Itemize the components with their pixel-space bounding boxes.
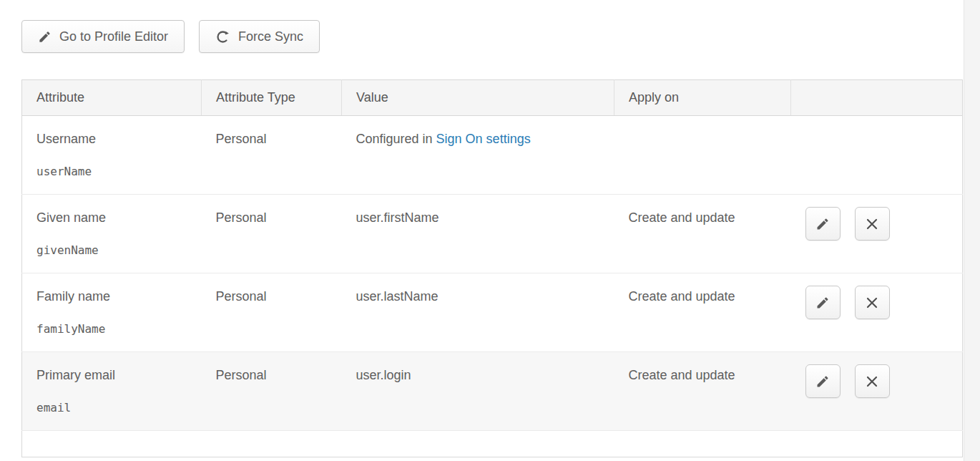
attribute-type: Personal <box>202 116 342 195</box>
attribute-value-text: user.lastName <box>356 289 438 304</box>
attribute-type: Personal <box>202 195 342 273</box>
row-actions <box>805 352 963 398</box>
table-row: Username userName Personal Configured in… <box>22 116 963 195</box>
attribute-variable-name: email <box>36 401 202 414</box>
column-header-actions <box>791 80 963 116</box>
attribute-display-name: Username <box>36 132 202 147</box>
attribute-value-text: user.login <box>356 368 411 382</box>
delete-attribute-button[interactable] <box>855 364 890 398</box>
column-header-attribute: Attribute <box>22 80 202 116</box>
attribute-variable-name: familyName <box>36 322 202 336</box>
x-icon <box>866 218 878 230</box>
table-row: Given name givenName Personal user.first… <box>22 195 963 273</box>
column-header-apply-on: Apply on <box>614 80 791 116</box>
attribute-value-text: Configured in <box>356 132 436 146</box>
table-row: Primary email email Personal user.login … <box>22 352 963 431</box>
viewport-gutter <box>964 0 980 461</box>
apply-on: Create and update <box>614 195 791 273</box>
delete-attribute-button[interactable] <box>855 207 890 241</box>
delete-attribute-button[interactable] <box>855 286 890 319</box>
sign-on-settings-link[interactable]: Sign On settings <box>436 132 531 146</box>
toolbar: Go to Profile Editor Force Sync <box>21 20 320 53</box>
attribute-variable-name: givenName <box>36 243 202 257</box>
refresh-icon <box>215 29 230 44</box>
table-row: Family name familyName Personal user.las… <box>22 273 963 352</box>
x-icon <box>866 296 878 309</box>
attribute-display-name: Family name <box>36 289 202 304</box>
go-to-profile-editor-label: Go to Profile Editor <box>59 29 168 44</box>
edit-attribute-button[interactable] <box>805 207 841 241</box>
pencil-icon <box>38 30 52 44</box>
attribute-variable-name: userName <box>36 165 202 178</box>
apply-on: Create and update <box>614 273 791 352</box>
edit-attribute-button[interactable] <box>805 364 841 398</box>
row-actions <box>805 195 963 241</box>
x-icon <box>866 375 878 388</box>
table-header: Attribute Attribute Type Value Apply on <box>22 80 963 116</box>
attribute-type: Personal <box>202 352 342 431</box>
pencil-icon <box>815 296 830 310</box>
edit-attribute-button[interactable] <box>805 286 841 319</box>
go-to-profile-editor-button[interactable]: Go to Profile Editor <box>21 20 185 53</box>
table-row-partial <box>22 431 963 457</box>
attribute-display-name: Given name <box>36 210 202 225</box>
pencil-icon <box>815 217 830 231</box>
column-header-attribute-type: Attribute Type <box>202 80 342 116</box>
attribute-value-text: user.firstName <box>356 210 439 225</box>
table-body: Username userName Personal Configured in… <box>22 116 963 457</box>
attribute-display-name: Primary email <box>36 368 202 383</box>
pencil-icon <box>815 374 830 389</box>
force-sync-label: Force Sync <box>238 29 303 44</box>
column-header-value: Value <box>342 80 614 116</box>
apply-on: Create and update <box>614 352 791 431</box>
attribute-type: Personal <box>202 273 342 352</box>
force-sync-button[interactable]: Force Sync <box>199 20 320 53</box>
attribute-mapping-table: Attribute Attribute Type Value Apply on … <box>21 79 962 457</box>
row-actions <box>805 273 963 319</box>
apply-on <box>614 116 791 195</box>
